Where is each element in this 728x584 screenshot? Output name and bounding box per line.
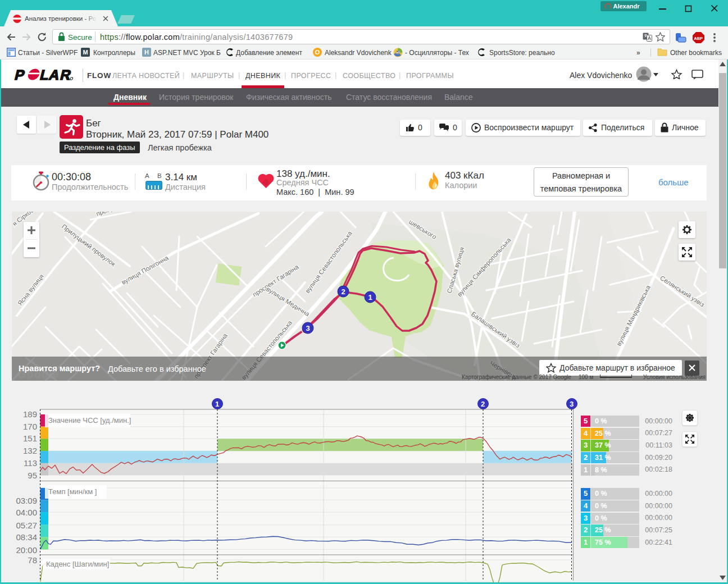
svg-text:3: 3 (306, 324, 310, 332)
svg-text:1: 1 (368, 293, 372, 302)
svg-text:2: 2 (341, 288, 345, 296)
svg-text:R: R (59, 68, 73, 83)
svg-text:ABP: ABP (694, 36, 703, 41)
svg-text:Каденс [Шаги/мин]: Каденс [Шаги/мин] (46, 560, 109, 568)
svg-text:5: 5 (397, 51, 399, 54)
svg-text:Значение ЧСС [уд./мин.]: Значение ЧСС [уд./мин.] (48, 416, 131, 425)
svg-text:P: P (13, 68, 27, 83)
svg-text:Темп [мин/км ]: Темп [мин/км ] (48, 487, 97, 496)
